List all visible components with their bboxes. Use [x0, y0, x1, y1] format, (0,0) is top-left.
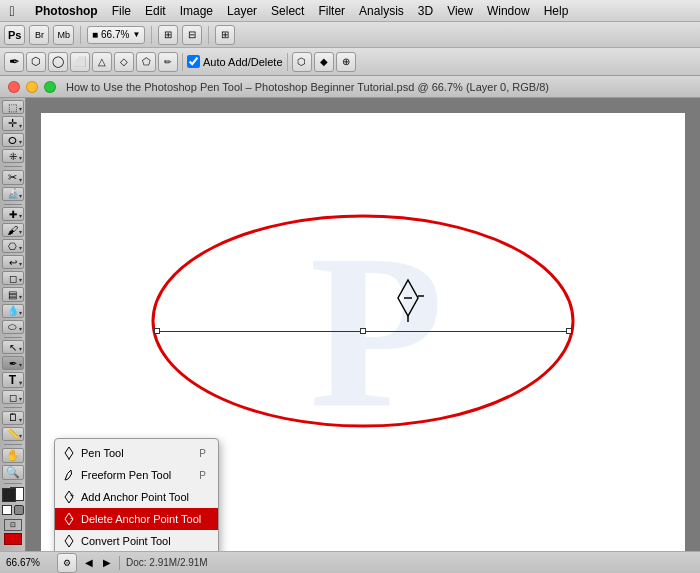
toolbar-sep1 [80, 26, 81, 44]
tool-healing[interactable]: ✚▾ [2, 207, 24, 221]
ps-button[interactable]: Ps [4, 25, 25, 45]
menu-view[interactable]: View [440, 2, 480, 20]
menu-photoshop[interactable]: Photoshop [28, 2, 105, 20]
doc-info: Doc: 2.91M/2.91M [126, 557, 208, 568]
options-btn2[interactable]: ◆ [314, 52, 334, 72]
mb-button[interactable]: Mb [53, 25, 74, 45]
tool-gradient[interactable]: ▤▾ [2, 287, 24, 301]
screen-mode-btn[interactable]: ⊡ [4, 519, 22, 531]
arrange-btn[interactable]: ⊞ [215, 25, 235, 45]
tool-zoom[interactable]: 🔍 [2, 465, 24, 480]
maximize-button[interactable] [44, 81, 56, 93]
svg-text:+: + [70, 492, 74, 499]
menu-select[interactable]: Select [264, 2, 311, 20]
br-button[interactable]: Br [29, 25, 49, 45]
menu-image[interactable]: Image [173, 2, 220, 20]
cm-label-convert: Convert Point Tool [81, 535, 171, 547]
tool-move[interactable]: ✛▾ [2, 116, 24, 131]
tool-stamp[interactable]: ⎔▾ [2, 239, 24, 253]
menu-help[interactable]: Help [537, 2, 576, 20]
tool-dodge[interactable]: ⬭▾ [2, 320, 24, 334]
pen-mode-btn3[interactable]: ◯ [48, 52, 68, 72]
path-handle-right[interactable] [566, 328, 572, 334]
svg-point-0 [153, 216, 573, 426]
statusbar-nav-right[interactable]: ▶ [101, 557, 113, 569]
path-handle-left[interactable] [154, 328, 160, 334]
left-toolbar: ⬚▾ ✛▾ ⵔ▾ ⁜▾ ✂▾ 🔬▾ ✚▾ 🖌▾ ⎔▾ ↩▾ ◻▾ ▤▾ 💧▾ ⬭… [0, 98, 26, 551]
pen-tool-icon [61, 445, 77, 461]
pen-mode-btn1[interactable]: ✒ [4, 52, 24, 72]
cm-label-freeform: Freeform Pen Tool [81, 469, 171, 481]
foreground-color-swatch[interactable] [2, 488, 16, 502]
pen-mode-btn6[interactable]: ◇ [114, 52, 134, 72]
pen-mode-btn4[interactable]: ⬜ [70, 52, 90, 72]
tool-measure[interactable]: 📏▾ [2, 427, 24, 441]
options-btn3[interactable]: ⊕ [336, 52, 356, 72]
minimize-button[interactable] [26, 81, 38, 93]
titlebar: How to Use the Photoshop Pen Tool – Phot… [0, 76, 700, 98]
main-area: ⬚▾ ✛▾ ⵔ▾ ⁜▾ ✂▾ 🔬▾ ✚▾ 🖌▾ ⎔▾ ↩▾ ◻▾ ▤▾ 💧▾ ⬭… [0, 98, 700, 551]
apple-logo[interactable]:  [4, 3, 20, 19]
menu-3d[interactable]: 3D [411, 2, 440, 20]
tool-pen[interactable]: ✒▾ [2, 356, 24, 370]
menu-file[interactable]: File [105, 2, 138, 20]
tool-sep5 [4, 444, 22, 445]
menu-filter[interactable]: Filter [311, 2, 352, 20]
tool-shape[interactable]: ◻▾ [2, 390, 24, 404]
quick-mask-off[interactable] [2, 505, 12, 515]
pen-mode-btn8[interactable]: ✏ [158, 52, 178, 72]
add-anchor-icon: + [61, 489, 77, 505]
toolbar-sep2 [151, 26, 152, 44]
tool-magic-wand[interactable]: ⁜▾ [2, 149, 24, 163]
tool-type[interactable]: T▾ [2, 372, 24, 388]
menu-window[interactable]: Window [480, 2, 537, 20]
context-menu-item-pen-tool[interactable]: Pen Tool P [55, 442, 218, 464]
tool-eraser[interactable]: ◻▾ [2, 271, 24, 285]
path-handle-center[interactable] [360, 328, 366, 334]
tool-sep3 [4, 337, 22, 338]
menu-edit[interactable]: Edit [138, 2, 173, 20]
tool-hand[interactable]: ✋ [2, 448, 24, 463]
layout-btn2[interactable]: ⊟ [182, 25, 202, 45]
tool-lasso[interactable]: ⵔ▾ [2, 133, 24, 147]
pen-mode-btn5[interactable]: △ [92, 52, 112, 72]
context-menu-item-add-anchor[interactable]: + Add Anchor Point Tool [55, 486, 218, 508]
tool-sep4 [4, 407, 22, 408]
tool-history[interactable]: ↩▾ [2, 255, 24, 269]
close-button[interactable] [8, 81, 20, 93]
menu-analysis[interactable]: Analysis [352, 2, 411, 20]
tool-crop[interactable]: ✂▾ [2, 170, 24, 185]
pen-cursor-container [390, 278, 426, 324]
tool-blur[interactable]: 💧▾ [2, 304, 24, 318]
pen-mode-btn2[interactable]: ⬡ [26, 52, 46, 72]
svg-marker-5 [65, 447, 73, 459]
auto-add-delete-label: Auto Add/Delete [187, 55, 283, 68]
context-menu-item-convert[interactable]: Convert Point Tool [55, 530, 218, 551]
svg-marker-11 [65, 535, 73, 547]
auto-add-delete-checkbox[interactable] [187, 55, 200, 68]
menu-layer[interactable]: Layer [220, 2, 264, 20]
freeform-pen-icon [61, 467, 77, 483]
statusbar-nav-left[interactable]: ◀ [83, 557, 95, 569]
quick-mask-on[interactable] [14, 505, 24, 515]
tool-marquee[interactable]: ⬚▾ [2, 100, 24, 114]
zoom-display: 66.67% [6, 557, 51, 568]
context-menu-item-delete-anchor[interactable]: - Delete Anchor Point Tool [55, 508, 218, 530]
statusbar-btn[interactable]: ⚙ [57, 553, 77, 573]
toolbar-sep3 [208, 26, 209, 44]
view-dropdown[interactable]: ■ 66.7% ▼ [87, 26, 145, 44]
color-indicator-red [4, 533, 22, 545]
delete-anchor-icon: - [61, 511, 77, 527]
ellipse-container [148, 211, 578, 431]
tool-path-select[interactable]: ↖▾ [2, 340, 24, 354]
tool-notes[interactable]: 🗒▾ [2, 411, 24, 425]
context-menu-item-freeform[interactable]: Freeform Pen Tool P [55, 464, 218, 486]
view-icon: ■ [92, 29, 98, 40]
tool-brush[interactable]: 🖌▾ [2, 223, 24, 237]
options-btn1[interactable]: ⬡ [292, 52, 312, 72]
pen-mode-btn7[interactable]: ⬠ [136, 52, 156, 72]
canvas-area: P [26, 98, 700, 551]
layout-btn1[interactable]: ⊞ [158, 25, 178, 45]
tool-eyedropper[interactable]: 🔬▾ [2, 187, 24, 201]
toolbar-row1: Ps Br Mb ■ 66.7% ▼ ⊞ ⊟ ⊞ [0, 22, 700, 48]
